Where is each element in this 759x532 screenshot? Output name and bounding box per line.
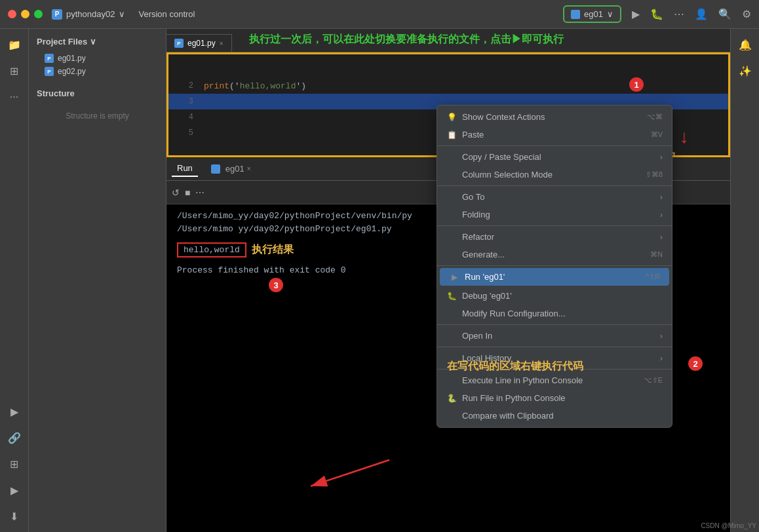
rerun-button[interactable]: ↺: [172, 187, 180, 198]
stop-button[interactable]: ■: [185, 187, 190, 198]
context-menu-item-goto[interactable]: Go To›: [437, 188, 672, 206]
context-menu-divider: [437, 145, 672, 146]
play-button[interactable]: ▶: [632, 8, 640, 20]
more-options-icon[interactable]: ⋯: [674, 8, 684, 20]
structure-title: Structure: [37, 88, 158, 98]
context-menu-item-debug-eg01[interactable]: 🐛Debug 'eg01': [437, 287, 672, 305]
run-target-selector[interactable]: eg01 ∨: [563, 5, 621, 23]
ctx-label-text-folding: Folding: [462, 210, 490, 219]
tab-eg01[interactable]: P eg01.py ×: [166, 34, 232, 52]
project-name: pythonday02: [66, 9, 115, 19]
ctx-label-text-local-history: Local History: [462, 353, 511, 363]
sidebar-icon-play2[interactable]: ▶: [4, 480, 25, 501]
structure-section: Structure Structure is empty: [29, 88, 166, 121]
ctx-label-text-modify-run: Modify Run Configuration...: [462, 309, 566, 318]
context-menu-item-run-eg01[interactable]: ▶Run 'eg01'^⇧R: [440, 268, 669, 286]
ctx-label-text-run-file-console: Run File in Python Console: [462, 393, 566, 403]
context-menu-item-modify-run[interactable]: Modify Run Configuration...: [437, 305, 672, 322]
context-menu-item-folding[interactable]: Folding›: [437, 206, 672, 223]
file-tree-title: Project Files: [37, 37, 87, 47]
context-menu: 💡Show Context Actions⌥⌘📋Paste⌘VCopy / Pa…: [437, 105, 672, 428]
ctx-item-label-copy-paste-special: Copy / Paste Special: [446, 152, 655, 162]
ctx-item-label-run-eg01: ▶Run 'eg01': [449, 272, 646, 282]
context-menu-item-generate[interactable]: Generate...⌘N: [437, 246, 672, 263]
py-file-icon-2: P: [45, 67, 54, 76]
file-tree-header[interactable]: Project Files ∨: [29, 34, 166, 49]
tab-run-eg01[interactable]: eg01 ×: [206, 161, 256, 176]
ctx-submenu-arrow-copy-paste-special: ›: [660, 153, 663, 162]
title-actions: ▶ 🐛 ⋯ 👤 🔍 ⚙: [632, 8, 751, 20]
context-menu-item-paste[interactable]: 📋Paste⌘V: [437, 126, 672, 143]
close-button[interactable]: [8, 10, 16, 18]
context-menu-item-refactor[interactable]: Refactor›: [437, 228, 672, 246]
file-tree-chevron-icon: ∨: [90, 37, 96, 47]
ctx-submenu-arrow-folding: ›: [660, 210, 663, 219]
search-icon[interactable]: 🔍: [718, 8, 731, 20]
line-number-3: 3: [174, 97, 193, 106]
hello-output-box: hello,world: [177, 242, 246, 257]
ctx-label-text-generate: Generate...: [462, 250, 505, 259]
ctx-item-label-show-context-actions: 💡Show Context Actions: [446, 112, 647, 122]
file-name-eg02: eg02.py: [58, 67, 86, 76]
ctx-item-icon-run-file-console: 🐍: [446, 394, 457, 403]
ctx-label-text-goto: Go To: [462, 192, 484, 202]
project-title[interactable]: P pythonday02 ∨: [52, 9, 125, 20]
ctx-item-label-execute-line: Execute Line in Python Console: [446, 375, 644, 385]
context-menu-item-show-context-actions[interactable]: 💡Show Context Actions⌥⌘: [437, 108, 672, 126]
right-sidebar-icon-ai[interactable]: ✨: [735, 60, 756, 81]
result-label-text: 执行结果: [252, 243, 294, 257]
tab-close-icon[interactable]: ×: [220, 40, 224, 47]
file-item-eg01[interactable]: P eg01.py: [29, 52, 166, 65]
right-sidebar: 🔔 ✨: [730, 29, 759, 532]
context-menu-item-execute-line[interactable]: Execute Line in Python Console⌥⇧E: [437, 371, 672, 389]
sidebar-icon-link[interactable]: 🔗: [4, 427, 25, 448]
ctx-item-label-local-history: Local History: [446, 353, 655, 363]
code-line-2: 2 print('hello,world'): [168, 78, 728, 94]
ctx-item-label-generate: Generate...: [446, 250, 650, 259]
file-item-eg02[interactable]: P eg02.py: [29, 65, 166, 78]
ctx-item-label-folding: Folding: [446, 210, 655, 219]
context-menu-divider: [437, 324, 672, 325]
sidebar-icon-download[interactable]: ⬇: [4, 506, 25, 527]
run-target-icon: [571, 10, 580, 19]
context-menu-item-local-history[interactable]: Local History›: [437, 349, 672, 367]
context-menu-item-compare-clipboard[interactable]: Compare with Clipboard: [437, 407, 672, 425]
line-number-2: 2: [174, 81, 193, 90]
run-tab-close-icon[interactable]: ×: [247, 165, 251, 172]
ctx-submenu-arrow-local-history: ›: [660, 354, 663, 363]
tab-run[interactable]: Run: [172, 161, 198, 177]
context-menu-item-open-in[interactable]: Open In›: [437, 327, 672, 345]
ctx-shortcut-column-selection: ⇧⌘8: [646, 170, 663, 179]
ctx-item-label-open-in: Open In: [446, 331, 655, 341]
sidebar-icon-folder[interactable]: 📁: [4, 34, 25, 55]
tab-file-icon: P: [174, 39, 184, 48]
ctx-label-text-show-context-actions: Show Context Actions: [462, 112, 545, 122]
context-menu-item-run-file-console[interactable]: 🐍Run File in Python Console: [437, 389, 672, 407]
ctx-label-text-debug-eg01: Debug 'eg01': [462, 291, 512, 301]
context-menu-divider: [437, 369, 672, 370]
ctx-label-text-paste: Paste: [462, 130, 484, 140]
run-target-chevron-icon: ∨: [607, 9, 613, 19]
fullscreen-button[interactable]: [34, 10, 43, 18]
run-tab-file-icon: [211, 164, 220, 174]
person-icon[interactable]: 👤: [695, 8, 708, 20]
line-number-4: 4: [174, 113, 193, 122]
sidebar-icon-run[interactable]: ▶: [4, 401, 25, 422]
context-menu-item-copy-paste-special[interactable]: Copy / Paste Special›: [437, 148, 672, 166]
debug-button[interactable]: 🐛: [650, 8, 663, 20]
right-sidebar-icon-bell[interactable]: 🔔: [735, 34, 756, 55]
context-menu-item-column-selection[interactable]: Column Selection Mode⇧⌘8: [437, 166, 672, 183]
settings-icon[interactable]: ⚙: [742, 8, 751, 20]
run-tab-file-name: eg01: [225, 164, 244, 174]
sidebar-icon-more[interactable]: ···: [4, 86, 25, 107]
ctx-shortcut-show-context-actions: ⌥⌘: [647, 113, 663, 121]
ctx-submenu-arrow-open-in: ›: [660, 332, 663, 341]
version-control-label[interactable]: Version control: [138, 9, 195, 19]
sidebar-icon-layers[interactable]: ⊞: [4, 453, 25, 474]
ctx-submenu-arrow-refactor: ›: [660, 233, 663, 242]
sidebar-icon-structure[interactable]: ⊞: [4, 60, 25, 81]
annotation-badge-2: 2: [688, 356, 703, 371]
ctx-item-label-compare-clipboard: Compare with Clipboard: [446, 411, 663, 421]
more-run-options[interactable]: ⋯: [195, 187, 204, 198]
minimize-button[interactable]: [21, 10, 29, 18]
